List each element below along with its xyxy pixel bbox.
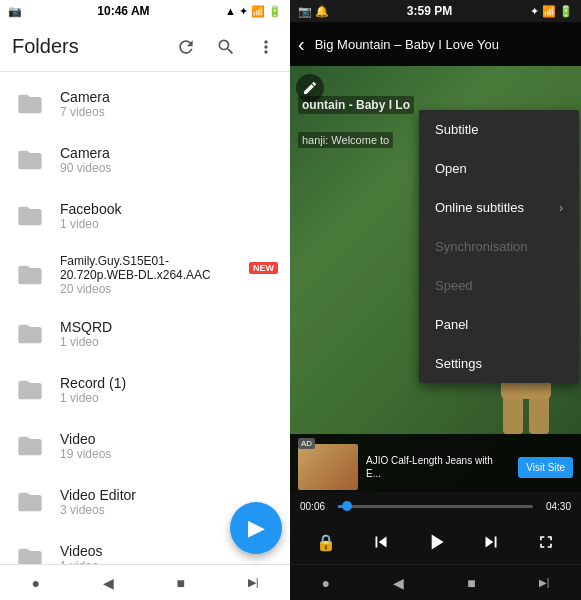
- list-item[interactable]: Family.Guy.S15E01-20.720p.WEB-DL.x264.AA…: [0, 244, 290, 306]
- folder-icon: [12, 257, 48, 293]
- fullscreen-button[interactable]: [528, 524, 564, 560]
- home-nav-right[interactable]: ●: [322, 575, 330, 591]
- play-fab[interactable]: ▶: [230, 502, 282, 554]
- list-item[interactable]: Record (1) 1 video: [0, 362, 290, 418]
- progress-bar[interactable]: [338, 505, 533, 508]
- video-subtitle-text: hanji: Welcome to: [298, 132, 393, 148]
- new-badge: NEW: [249, 262, 278, 274]
- folder-name: Camera: [60, 145, 278, 161]
- status-bar-left: 📷 10:46 AM ▲ ✦ 📶 🔋: [0, 0, 290, 22]
- menu-item-settings[interactable]: Settings: [419, 344, 579, 383]
- status-icons-right: ✦ 📶 🔋: [530, 5, 573, 18]
- folder-count: 20 videos: [60, 282, 278, 296]
- lock-button[interactable]: 🔒: [308, 524, 344, 560]
- folder-icon: [12, 372, 48, 408]
- folder-name: Video: [60, 431, 278, 447]
- controls-bar: 🔒: [290, 520, 581, 564]
- progress-area: 00:06 04:30: [290, 492, 581, 520]
- back-nav-button[interactable]: ◀: [103, 575, 114, 591]
- status-bar-right: 📷 🔔 3:59 PM ✦ 📶 🔋: [290, 0, 581, 22]
- folders-title: Folders: [12, 35, 174, 58]
- folder-count: 1 video: [60, 335, 278, 349]
- status-icons-left: ▲ ✦ 📶 🔋: [225, 5, 282, 18]
- folder-list: Camera 7 videos Camera 90 videos Faceboo…: [0, 72, 290, 564]
- folder-name: Record (1): [60, 375, 278, 391]
- play-pause-button[interactable]: [418, 524, 454, 560]
- svg-rect-2: [503, 384, 523, 434]
- folder-count: 1 video: [60, 391, 278, 405]
- nav-bar-right: ● ◀ ■ ▶|: [290, 564, 581, 600]
- list-item[interactable]: Facebook 1 video: [0, 188, 290, 244]
- menu-item-synchronisation: Synchronisation: [419, 227, 579, 266]
- folder-name: Camera: [60, 89, 278, 105]
- list-item[interactable]: Video 19 videos: [0, 418, 290, 474]
- time-current: 00:06: [300, 501, 330, 512]
- video-overlay-text: ountain - Baby I Lo: [298, 96, 414, 114]
- folder-name: Facebook: [60, 201, 278, 217]
- folder-name: Video Editor: [60, 487, 278, 503]
- visit-site-button[interactable]: Visit Site: [518, 457, 573, 478]
- folder-icon: [12, 316, 48, 352]
- more-button[interactable]: [254, 35, 278, 59]
- folder-count: 90 videos: [60, 161, 278, 175]
- menu-item-open[interactable]: Open: [419, 149, 579, 188]
- svg-rect-3: [529, 384, 549, 434]
- progress-dot: [342, 501, 352, 511]
- menu-item-online-subtitles[interactable]: Online subtitles ›: [419, 188, 579, 227]
- recents-nav-button[interactable]: ■: [176, 575, 184, 591]
- left-panel: 📷 10:46 AM ▲ ✦ 📶 🔋 Folders: [0, 0, 290, 600]
- nav-bar-left: ● ◀ ■ ▶|: [0, 564, 290, 600]
- folder-count: 7 videos: [60, 105, 278, 119]
- folder-icon: [12, 484, 48, 520]
- forward-nav-button[interactable]: ▶|: [248, 576, 259, 589]
- folder-icon: [12, 86, 48, 122]
- header-left: Folders: [0, 22, 290, 72]
- right-panel: 📷 🔔 3:59 PM ✦ 📶 🔋 ‹ Big Mountain – Baby …: [290, 0, 581, 600]
- folder-name: Family.Guy.S15E01-20.720p.WEB-DL.x264.AA…: [60, 254, 243, 282]
- video-title: Big Mountain – Baby I Love You: [315, 37, 573, 52]
- home-nav-button[interactable]: ●: [31, 575, 39, 591]
- back-nav-right[interactable]: ◀: [393, 575, 404, 591]
- back-button[interactable]: ‹: [298, 33, 305, 56]
- folder-icon: [12, 428, 48, 464]
- next-button[interactable]: [473, 524, 509, 560]
- chevron-right-icon: ›: [559, 201, 563, 215]
- ad-text: AJIO Calf-Length Jeans with E...: [366, 454, 510, 480]
- header-icons: [174, 35, 278, 59]
- menu-item-speed: Speed: [419, 266, 579, 305]
- ad-label: AD: [298, 438, 315, 449]
- status-icon-left: 📷: [8, 5, 22, 18]
- folder-name: MSQRD: [60, 319, 278, 335]
- list-item[interactable]: Camera 7 videos: [0, 76, 290, 132]
- prev-button[interactable]: [363, 524, 399, 560]
- ad-banner: AD AJIO Calf-Length Jeans with E... Visi…: [290, 434, 581, 492]
- list-item[interactable]: Camera 90 videos: [0, 132, 290, 188]
- folder-count: 1 video: [60, 217, 278, 231]
- video-header: ‹ Big Mountain – Baby I Love You: [290, 22, 581, 66]
- menu-item-panel[interactable]: Panel: [419, 305, 579, 344]
- time-left: 10:46 AM: [97, 4, 149, 18]
- status-icons-right-left: 📷 🔔: [298, 5, 329, 18]
- ad-thumbnail: [298, 444, 358, 490]
- context-menu: Subtitle Open Online subtitles › Synchro…: [419, 110, 579, 383]
- refresh-button[interactable]: [174, 35, 198, 59]
- recents-nav-right[interactable]: ■: [467, 575, 475, 591]
- forward-nav-right[interactable]: ▶|: [539, 577, 550, 588]
- search-button[interactable]: [214, 35, 238, 59]
- folder-count: 19 videos: [60, 447, 278, 461]
- video-area[interactable]: ountain - Baby I Lo hanji: Welcome to AD…: [290, 66, 581, 492]
- folder-icon: [12, 540, 48, 564]
- folder-icon: [12, 198, 48, 234]
- menu-item-subtitle[interactable]: Subtitle: [419, 110, 579, 149]
- list-item[interactable]: MSQRD 1 video: [0, 306, 290, 362]
- time-total: 04:30: [541, 501, 571, 512]
- time-right: 3:59 PM: [407, 4, 452, 18]
- folder-icon: [12, 142, 48, 178]
